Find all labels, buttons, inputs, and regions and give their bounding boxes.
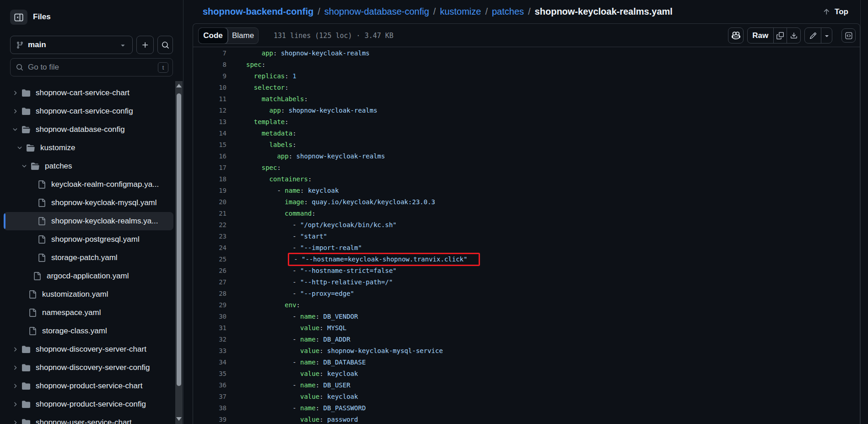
edit-file-button[interactable] <box>805 28 821 43</box>
raw-button[interactable]: Raw <box>748 28 773 43</box>
code-line: 33 value: shopnow-keycloak-mysql-service <box>193 345 860 357</box>
copilot-button[interactable] <box>728 27 744 43</box>
line-number[interactable]: 32 <box>193 334 226 345</box>
tree-item-folder[interactable]: shopnow-discovery-server-config <box>4 359 173 377</box>
line-number[interactable]: 18 <box>193 174 226 185</box>
line-number[interactable]: 20 <box>193 196 226 208</box>
tree-item-folder[interactable]: patches <box>4 157 173 175</box>
line-number[interactable]: 39 <box>193 414 226 424</box>
chevron-right-icon[interactable] <box>12 346 18 353</box>
chevron-down-icon[interactable] <box>12 126 18 133</box>
chevron-down-icon[interactable] <box>16 145 23 151</box>
line-number[interactable]: 28 <box>193 288 226 299</box>
code-line-content: - "--hostname=keycloak-shopnow.tranvix.c… <box>226 254 480 265</box>
edit-dropdown-button[interactable] <box>821 28 832 43</box>
breadcrumb-current-file: shopnow-keycloak-realms.yaml <box>535 6 673 17</box>
tree-item-folder[interactable]: shopnow-cart-service-config <box>4 102 173 120</box>
code-line-content: value: shopnow-keycloak-mysql-service <box>226 345 443 357</box>
line-number[interactable]: 29 <box>193 299 226 311</box>
search-code-button[interactable] <box>157 36 173 54</box>
download-button[interactable] <box>787 28 800 43</box>
tree-item-file[interactable]: shopnow-postgresql.yaml <box>4 230 173 249</box>
tree-item-file[interactable]: storage-class.yaml <box>4 322 173 340</box>
tree-item-folder[interactable]: shopnow-user-service-chart <box>4 413 173 424</box>
tree-item-file[interactable]: argocd-application.yaml <box>4 267 173 285</box>
line-number[interactable]: 31 <box>193 322 226 334</box>
chevron-right-icon[interactable] <box>12 419 18 424</box>
line-number[interactable]: 12 <box>193 105 226 116</box>
tab-blame[interactable]: Blame <box>228 28 258 43</box>
breadcrumb-link[interactable]: shopnow-database-config <box>324 6 429 17</box>
line-number[interactable]: 36 <box>193 380 226 391</box>
tree-item-folder[interactable]: shopnow-database-config <box>4 120 173 139</box>
chevron-down-icon[interactable] <box>21 163 27 169</box>
line-number[interactable]: 30 <box>193 311 226 322</box>
tree-item-file[interactable]: keycloak-realm-configmap.ya... <box>4 175 173 194</box>
tree-item-label: shopnow-user-service-chart <box>36 418 132 424</box>
symbols-panel-button[interactable] <box>841 28 856 43</box>
tree-item-file[interactable]: shopnow-keycloak-realms.ya... <box>4 212 173 230</box>
line-number[interactable]: 35 <box>193 368 226 380</box>
line-number[interactable]: 25 <box>193 254 226 265</box>
copy-button[interactable] <box>773 28 787 43</box>
line-number[interactable]: 37 <box>193 391 226 402</box>
line-number[interactable]: 10 <box>193 82 226 93</box>
line-number[interactable]: 19 <box>193 185 226 196</box>
chevron-right-icon[interactable] <box>12 108 18 114</box>
line-number[interactable]: 34 <box>193 357 226 368</box>
line-number[interactable]: 11 <box>193 93 226 105</box>
sidebar-scrollbar-thumb[interactable] <box>177 93 181 386</box>
code-line-content: - "--http-relative-path=/" <box>226 277 393 288</box>
line-number[interactable]: 15 <box>193 139 226 151</box>
line-number[interactable]: 13 <box>193 116 226 128</box>
raw-copy-download-group: Raw <box>747 27 801 43</box>
branch-selector[interactable]: main <box>10 36 133 54</box>
tab-code[interactable]: Code <box>199 28 228 43</box>
scrollbar-down-arrow[interactable] <box>176 417 182 421</box>
line-number[interactable]: 14 <box>193 128 226 139</box>
line-number[interactable]: 9 <box>193 71 226 82</box>
line-number[interactable]: 21 <box>193 208 226 219</box>
code-line-content: - name: DB_PASSWORD <box>226 402 366 414</box>
tree-item-label: storage-class.yaml <box>42 326 107 336</box>
go-to-file-input[interactable]: Go to file t <box>10 58 173 76</box>
code-line: 11 matchLabels: <box>193 93 860 105</box>
line-number[interactable]: 22 <box>193 219 226 231</box>
line-number[interactable]: 27 <box>193 277 226 288</box>
file-icon <box>38 217 46 225</box>
tree-item-file[interactable]: shopnow-keycloak-mysql.yaml <box>4 194 173 212</box>
line-number[interactable]: 24 <box>193 242 226 254</box>
breadcrumb-repo-link[interactable]: shopnow-backend-config <box>203 6 313 17</box>
scrollbar-up-arrow[interactable] <box>176 84 182 87</box>
tree-item-folder[interactable]: shopnow-discovery-server-chart <box>4 340 173 359</box>
line-number[interactable]: 7 <box>193 48 226 59</box>
code-line: 23 - "start" <box>193 231 860 242</box>
scroll-to-top-button[interactable]: Top <box>820 4 850 20</box>
file-icon <box>28 309 37 317</box>
chevron-right-icon[interactable] <box>12 401 18 408</box>
line-number[interactable]: 38 <box>193 402 226 414</box>
tree-item-folder[interactable]: kustomize <box>4 139 173 157</box>
code-line: 20 image: quay.io/keycloak/keycloak:23.0… <box>193 196 860 208</box>
sidebar-title: Files <box>33 12 51 22</box>
tree-item-folder[interactable]: shopnow-product-service-config <box>4 395 173 413</box>
chevron-right-icon[interactable] <box>12 90 18 96</box>
tree-item-label: shopnow-discovery-server-config <box>36 363 150 372</box>
line-number[interactable]: 8 <box>193 59 226 71</box>
tree-item-file[interactable]: kustomization.yaml <box>4 285 173 304</box>
line-number[interactable]: 17 <box>193 162 226 174</box>
line-number[interactable]: 33 <box>193 345 226 357</box>
tree-item-folder[interactable]: shopnow-product-service-chart <box>4 377 173 395</box>
tree-item-folder[interactable]: shopnow-cart-service-chart <box>4 84 173 102</box>
breadcrumb-link[interactable]: patches <box>492 6 524 17</box>
tree-item-file[interactable]: namespace.yaml <box>4 304 173 322</box>
tree-item-file[interactable]: storage-patch.yaml <box>4 249 173 267</box>
chevron-right-icon[interactable] <box>12 383 18 389</box>
line-number[interactable]: 23 <box>193 231 226 242</box>
chevron-right-icon[interactable] <box>12 364 18 371</box>
line-number[interactable]: 26 <box>193 265 226 277</box>
line-number[interactable]: 16 <box>193 151 226 162</box>
breadcrumb-link[interactable]: kustomize <box>440 6 481 17</box>
collapse-sidebar-button[interactable] <box>10 10 27 25</box>
add-file-button[interactable] <box>136 36 154 54</box>
